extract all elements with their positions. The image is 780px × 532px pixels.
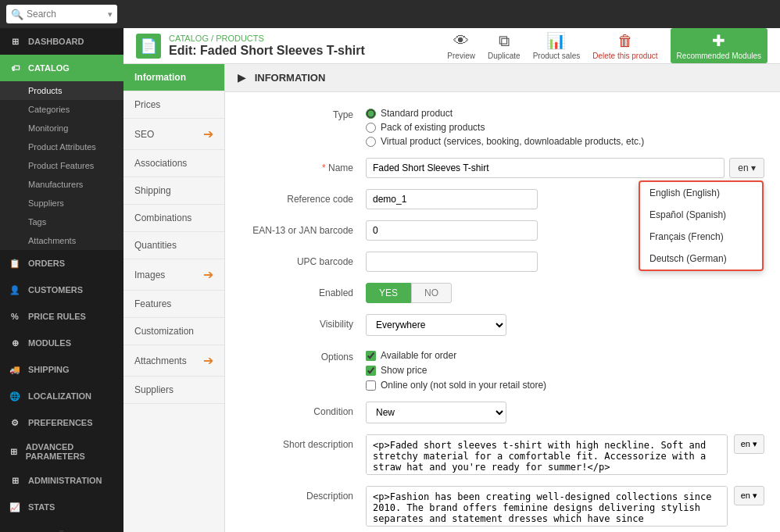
enabled-yes-button[interactable]: YES: [366, 283, 411, 303]
tab-seo[interactable]: SEO ➔: [123, 119, 224, 150]
sidebar-item-modules[interactable]: ⊕ MODULES: [0, 330, 123, 356]
upc-label: UPC barcode: [241, 252, 366, 267]
tab-prices[interactable]: Prices: [123, 91, 224, 119]
sidebar-sub-monitoring[interactable]: Monitoring: [0, 119, 123, 137]
sidebar-sub-manufacturers[interactable]: Manufacturers: [0, 175, 123, 194]
sidebar-sub-attachments[interactable]: Attachments: [0, 231, 123, 250]
option-online-only[interactable]: Online only (not sold in your retail sto…: [366, 380, 764, 391]
sidebar-item-stats[interactable]: 📈 STATS: [0, 494, 123, 520]
tab-quantities[interactable]: Quantities: [123, 232, 224, 259]
sidebar-item-price-rules[interactable]: % PRICE RULES: [0, 303, 123, 330]
tab-attachments[interactable]: Attachments ➔: [123, 345, 224, 377]
sidebar-item-shipping[interactable]: 🚚 SHIPPING: [0, 356, 123, 383]
tab-shipping[interactable]: Shipping: [123, 177, 224, 205]
sidebar-item-advanced[interactable]: ⊞ ADVANCED PARAMETERS: [0, 436, 123, 467]
page-icon: 📄: [136, 34, 161, 59]
tab-customization[interactable]: Customization: [123, 318, 224, 345]
enabled-no-button[interactable]: NO: [411, 283, 452, 303]
tab-combinations[interactable]: Combinations: [123, 205, 224, 232]
type-standard[interactable]: Standard product: [366, 108, 764, 119]
type-label: Type: [241, 105, 366, 120]
type-pack[interactable]: Pack of existing products: [366, 122, 764, 133]
orders-icon: 📋: [8, 256, 22, 270]
tab-images[interactable]: Images ➔: [123, 259, 224, 291]
lang-option-de[interactable]: Deutsch (German): [640, 248, 762, 270]
upc-input[interactable]: [366, 252, 538, 272]
type-radio-group: Standard product Pack of existing produc…: [366, 105, 764, 147]
sidebar-item-label: SHIPPING: [28, 365, 70, 374]
preview-action[interactable]: 👁 Preview: [447, 32, 475, 60]
option-show-price-check[interactable]: [366, 366, 376, 376]
sidebar-sub-products[interactable]: Products: [0, 81, 123, 100]
short-desc-lang-button[interactable]: en ▾: [734, 434, 764, 454]
options-label: Options: [241, 347, 366, 362]
short-desc-control: <p>Faded short sleeves t-shirt with high…: [366, 434, 764, 475]
preview-icon: 👁: [453, 32, 469, 50]
sidebar-sub-suppliers[interactable]: Suppliers: [0, 194, 123, 212]
tab-features[interactable]: Features: [123, 291, 224, 318]
ean-input[interactable]: [366, 220, 538, 241]
lang-button[interactable]: en ▾ English (English) Español (Spanish)…: [729, 158, 764, 178]
option-show-price[interactable]: Show price: [366, 365, 764, 376]
lang-option-es[interactable]: Español (Spanish): [640, 204, 762, 226]
sidebar-item-localization[interactable]: 🌐 LOCALIZATION: [0, 383, 123, 409]
breadcrumb-products[interactable]: PRODUCTS: [216, 34, 264, 43]
duplicate-icon: ⧉: [499, 32, 510, 50]
sidebar-item-preferences[interactable]: ⚙ PREFERENCES: [0, 409, 123, 436]
type-control: Standard product Pack of existing produc…: [366, 105, 764, 147]
type-standard-radio[interactable]: [366, 109, 376, 119]
description-textarea-row: <p>Fashion has been creating well-design…: [366, 486, 764, 527]
short-desc-textarea[interactable]: <p>Faded short sleeves t-shirt with high…: [366, 434, 728, 475]
name-row: Name en ▾ English (English): [241, 158, 764, 178]
attachments-arrow: ➔: [203, 353, 213, 368]
price-rules-icon: %: [8, 309, 22, 323]
product-sales-action[interactable]: 📊 Product sales: [533, 31, 581, 60]
lang-option-en[interactable]: English (English): [640, 182, 762, 204]
sidebar-item-orders[interactable]: 📋 ORDERS: [0, 250, 123, 277]
description-textarea[interactable]: <p>Fashion has been creating well-design…: [366, 486, 728, 527]
ref-code-input[interactable]: [366, 189, 538, 209]
breadcrumb-catalog[interactable]: CATALOG: [169, 34, 209, 43]
option-available-check[interactable]: [366, 351, 376, 361]
search-dropdown-icon[interactable]: ▾: [108, 9, 113, 20]
sidebar-sub-product-attributes[interactable]: Product Attributes: [0, 137, 123, 156]
type-pack-radio[interactable]: [366, 123, 376, 133]
option-online-only-check[interactable]: [366, 380, 376, 391]
condition-select[interactable]: New: [366, 402, 506, 423]
sidebar-sub-tags[interactable]: Tags: [0, 212, 123, 231]
sidebar-item-catalog[interactable]: 🏷 CATALOG: [0, 55, 123, 81]
sidebar-sub-categories[interactable]: Categories: [0, 100, 123, 119]
visibility-select[interactable]: Everywhere: [366, 314, 506, 336]
condition-control: New: [366, 402, 764, 423]
tab-information[interactable]: Information: [123, 64, 224, 91]
sidebar-sub-product-features[interactable]: Product Features: [0, 156, 123, 175]
lang-option-fr[interactable]: Français (French): [640, 226, 762, 248]
search-input[interactable]: [27, 9, 105, 20]
sidebar-item-customers[interactable]: 👤 CUSTOMERS: [0, 277, 123, 303]
tab-suppliers[interactable]: Suppliers: [123, 377, 224, 404]
sidebar-item-label: LOCALIZATION: [28, 391, 91, 401]
enabled-control: YES NO: [366, 283, 764, 303]
description-lang-button[interactable]: en ▾: [734, 486, 764, 505]
sidebar-item-label: CUSTOMERS: [28, 285, 83, 295]
option-available[interactable]: Available for order: [366, 350, 764, 361]
type-virtual[interactable]: Virtual product (services, booking, down…: [366, 136, 764, 147]
type-virtual-radio[interactable]: [366, 137, 376, 147]
search-box[interactable]: 🔍 ▾: [6, 5, 117, 23]
sidebar-item-label: PREFERENCES: [28, 418, 93, 427]
name-input[interactable]: [366, 158, 725, 178]
dashboard-icon: ⊞: [8, 34, 22, 48]
header-actions: 👁 Preview ⧉ Duplicate 📊 Product sales 🗑 …: [447, 28, 767, 63]
sidebar-item-dashboard[interactable]: ⊞ DASHBOARD: [0, 28, 123, 55]
product-sales-label: Product sales: [533, 52, 581, 60]
name-control: en ▾ English (English) Español (Spanish)…: [366, 158, 764, 178]
duplicate-action[interactable]: ⧉ Duplicate: [488, 32, 521, 60]
description-control: <p>Fashion has been creating well-design…: [366, 486, 764, 527]
recommended-action[interactable]: ✚ Recommended Modules: [671, 28, 767, 63]
options-row: Options Available for order S: [241, 347, 764, 391]
delete-action[interactable]: 🗑 Delete this product: [592, 32, 657, 60]
sidebar-drag-handle[interactable]: ≡: [0, 520, 123, 532]
form-content: ▶ INFORMATION Type Standard produ: [225, 64, 780, 532]
tab-associations[interactable]: Associations: [123, 150, 224, 177]
sidebar-item-administration[interactable]: ⊞ ADMINISTRATION: [0, 467, 123, 494]
